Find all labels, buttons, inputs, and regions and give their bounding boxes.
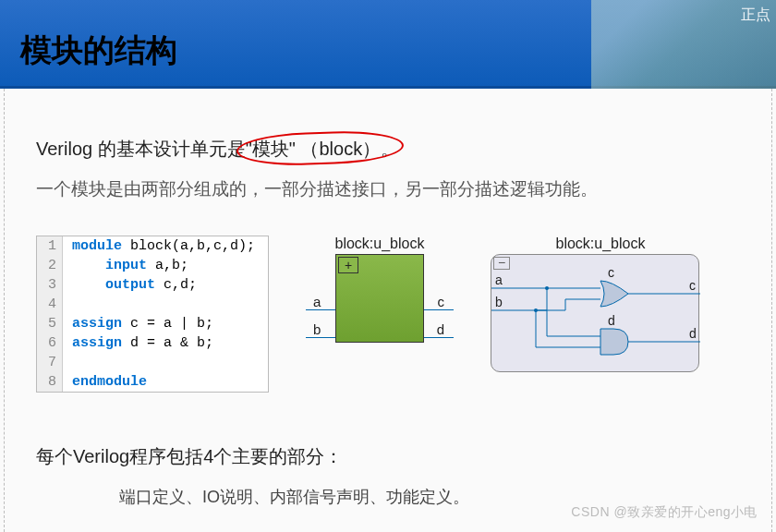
- line-number: 2: [37, 256, 63, 275]
- gate-diagram: block:u_block − a b: [491, 236, 710, 372]
- or-gate-label: c: [608, 265, 614, 280]
- gate-diagram-label: block:u_block: [491, 236, 710, 252]
- verilog-code-block: 1module block(a,b,c,d);2 input a,b;3 out…: [36, 236, 269, 393]
- gate-diagram-box: − a b: [491, 254, 699, 372]
- code-line: 2 input a,b;: [37, 256, 268, 275]
- port-c-label: c: [438, 294, 445, 309]
- line-number: 1: [37, 236, 63, 256]
- intro-circled-term: "模块" （block）。: [246, 137, 399, 162]
- port-d-label: d: [437, 321, 444, 337]
- gate-input-a: a: [495, 272, 503, 287]
- line-number: 5: [37, 314, 63, 333]
- code-text: [63, 353, 72, 372]
- code-line: 8endmodule: [37, 372, 268, 392]
- slide-header: 正点 模块的结构: [0, 0, 776, 89]
- section-2-title: 每个Verilog程序包括4个主要的部分：: [36, 444, 749, 469]
- block-symbol-schematic: block:u_block + a b c d: [306, 236, 454, 346]
- line-number: 6: [37, 333, 63, 353]
- description-text: 一个模块是由两部分组成的，一部分描述接口，另一部分描述逻辑功能。: [36, 175, 749, 204]
- example-panels: 1module block(a,b,c,d);2 input a,b;3 out…: [36, 236, 749, 393]
- gate-output-c: c: [689, 278, 696, 293]
- code-text: [63, 295, 72, 314]
- schematic-label: block:u_block: [306, 236, 454, 252]
- line-number: 8: [37, 372, 63, 392]
- port-a-label: a: [313, 294, 321, 309]
- intro-sentence: Verilog 的基本设计单元是 "模块" （block）。: [36, 137, 749, 162]
- intro-prefix: Verilog 的基本设计单元是: [36, 137, 246, 162]
- code-text: output c,d;: [63, 275, 197, 295]
- code-text: module block(a,b,c,d);: [63, 236, 255, 256]
- code-line: 6assign d = a & b;: [37, 333, 268, 353]
- line-number: 3: [37, 275, 63, 295]
- code-text: assign d = a & b;: [63, 333, 213, 353]
- code-text: endmodule: [63, 372, 147, 392]
- watermark-text: CSDN @致亲爱的开心eng小电: [571, 504, 758, 521]
- expand-plus-icon: +: [338, 257, 358, 273]
- line-number: 4: [37, 295, 63, 314]
- code-line: 3 output c,d;: [37, 275, 268, 295]
- code-line: 5assign c = a | b;: [37, 314, 268, 333]
- gate-output-d: d: [689, 326, 697, 341]
- code-text: assign c = a | b;: [63, 314, 213, 333]
- code-line: 4: [37, 295, 268, 314]
- slide-content: Verilog 的基本设计单元是 "模块" （block）。 一个模块是由两部分…: [4, 89, 772, 532]
- code-line: 7: [37, 353, 268, 372]
- schematic-box: +: [335, 254, 424, 343]
- code-text: input a,b;: [63, 256, 188, 275]
- header-corner-text: 正点: [741, 6, 770, 25]
- code-line: 1module block(a,b,c,d);: [37, 236, 268, 256]
- port-b-label: b: [313, 321, 321, 337]
- gate-input-b: b: [495, 295, 503, 309]
- and-gate-label: d: [608, 313, 615, 328]
- line-number: 7: [37, 353, 63, 372]
